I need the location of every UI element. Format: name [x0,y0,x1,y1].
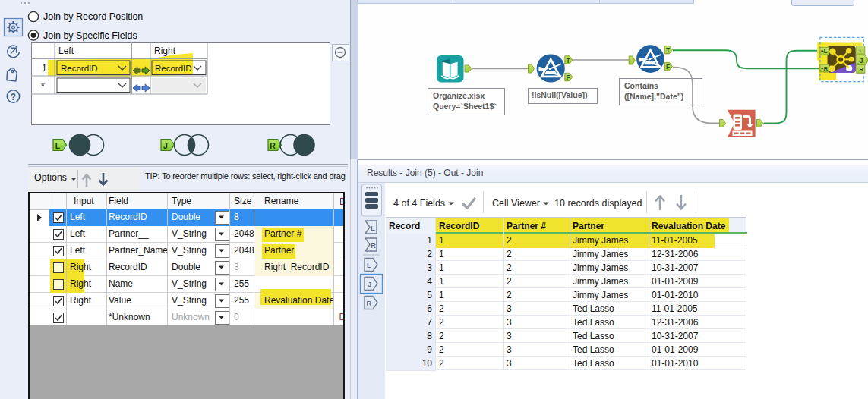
svg-text:J: J [368,280,371,288]
svg-text:L: L [55,141,61,150]
svg-text:L: L [367,261,371,269]
svg-text:?: ? [11,92,16,102]
svg-text:R: R [270,141,276,150]
svg-text:L: L [371,224,375,232]
svg-text:J: J [163,141,168,150]
svg-text:R: R [371,241,376,250]
svg-text:R: R [367,299,372,307]
